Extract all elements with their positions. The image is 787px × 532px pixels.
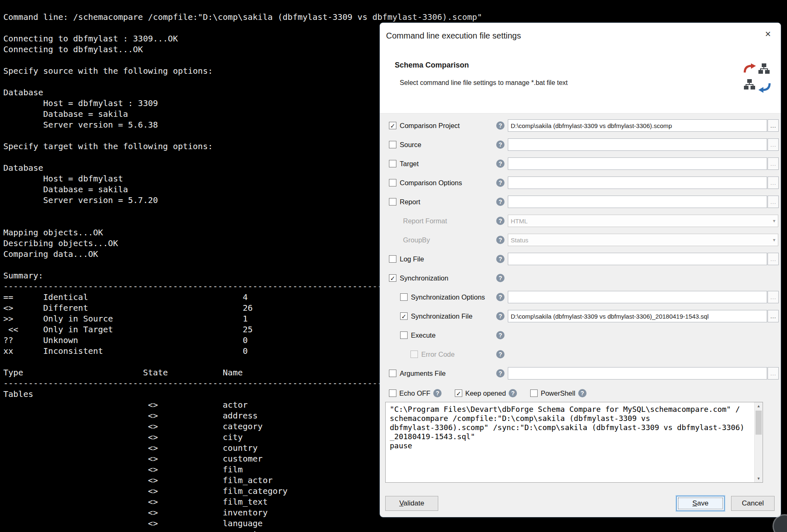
help-icon[interactable]: ? <box>433 389 442 397</box>
source-input[interactable] <box>508 138 767 151</box>
header-description: Select command line file settings to man… <box>400 79 568 87</box>
synchronization-options-input[interactable] <box>508 291 767 303</box>
browse-button[interactable]: … <box>768 367 779 380</box>
help-icon[interactable]: ? <box>496 217 505 225</box>
groupby-label: GroupBy <box>403 236 430 244</box>
row-comparison-options: Comparison Options ? … <box>380 173 781 192</box>
help-icon[interactable]: ? <box>496 140 505 149</box>
log-file-checkbox[interactable] <box>389 255 396 263</box>
comparison-options-label: Comparison Options <box>400 179 462 187</box>
error-code-checkbox <box>410 351 418 358</box>
execute-label: Execute <box>411 331 436 339</box>
row-synchronization-options: Synchronization Options ? … <box>380 288 781 307</box>
help-icon[interactable]: ? <box>496 369 505 377</box>
comparison-project-input[interactable] <box>508 119 767 132</box>
help-icon[interactable]: ? <box>496 121 505 130</box>
cancel-button[interactable]: Cancel <box>731 496 775 511</box>
keep-opened-option: ✓ Keep opened ? <box>455 389 517 397</box>
help-icon[interactable]: ? <box>496 198 505 206</box>
row-source: Source ? … <box>380 135 781 154</box>
help-icon[interactable]: ? <box>496 350 505 358</box>
report-checkbox[interactable] <box>389 198 396 206</box>
keep-opened-label: Keep opened <box>465 389 506 397</box>
comparison-project-label: Comparison Project <box>400 122 460 130</box>
scroll-up-icon[interactable]: ▲ <box>755 402 763 410</box>
help-icon[interactable]: ? <box>496 331 505 339</box>
help-icon[interactable]: ? <box>496 160 505 168</box>
report-input[interactable] <box>508 196 767 208</box>
echo-off-checkbox[interactable] <box>389 389 396 397</box>
scrollbar-track[interactable] <box>755 410 763 475</box>
target-input[interactable] <box>508 157 767 170</box>
dialog-title: Command line execution file settings <box>386 31 521 41</box>
synchronization-options-checkbox[interactable] <box>400 293 408 301</box>
help-icon[interactable]: ? <box>578 389 587 397</box>
chevron-down-icon: ▾ <box>773 218 775 224</box>
save-button[interactable]: Save <box>676 496 724 511</box>
help-icon[interactable]: ? <box>509 389 517 397</box>
arguments-file-input[interactable] <box>508 367 767 380</box>
report-format-select: HTML ▾ <box>508 215 778 227</box>
target-checkbox[interactable] <box>389 160 396 167</box>
arguments-file-checkbox[interactable] <box>389 370 396 377</box>
close-icon[interactable]: × <box>761 28 775 40</box>
arguments-file-label: Arguments File <box>400 370 446 377</box>
comparison-project-checkbox[interactable]: ✓ <box>389 122 396 129</box>
help-icon[interactable]: ? <box>496 255 505 263</box>
log-file-input[interactable] <box>508 253 767 265</box>
row-error-code: Error Code ? <box>380 345 781 364</box>
scroll-down-icon[interactable]: ▼ <box>755 475 763 482</box>
textarea-scrollbar[interactable]: ▲ ▼ <box>754 402 763 482</box>
synchronization-label: Synchronization <box>400 274 448 282</box>
log-file-label: Log File <box>400 255 424 263</box>
browse-button[interactable]: … <box>768 177 779 189</box>
bat-file-text[interactable]: "C:\Program Files\Devart\dbForge Schema … <box>386 402 754 482</box>
row-report: Report ? … <box>380 192 781 211</box>
dialog-header: Command line execution file settings × S… <box>380 23 781 114</box>
browse-button[interactable]: … <box>768 291 779 303</box>
report-label: Report <box>400 198 420 206</box>
browse-button[interactable]: … <box>768 196 779 208</box>
error-code-label: Error Code <box>421 351 455 358</box>
schema-comparison-icon <box>742 63 773 93</box>
scrollbar-thumb[interactable] <box>756 411 762 435</box>
execute-checkbox[interactable] <box>400 331 408 339</box>
browse-button[interactable]: … <box>768 253 779 265</box>
row-log-file: Log File ? … <box>380 249 781 268</box>
browse-button[interactable]: … <box>768 138 779 151</box>
help-icon[interactable]: ? <box>496 312 505 320</box>
synchronization-checkbox[interactable]: ✓ <box>389 274 396 282</box>
synchronization-options-label: Synchronization Options <box>411 293 485 301</box>
report-format-value: HTML <box>511 218 528 225</box>
echo-off-option: Echo OFF ? <box>389 389 442 397</box>
target-label: Target <box>400 160 419 168</box>
groupby-value: Status <box>511 237 529 244</box>
powershell-label: PowerShell <box>541 389 575 397</box>
comparison-options-input[interactable] <box>508 177 767 189</box>
command-line-settings-dialog: Command line execution file settings × S… <box>380 23 781 517</box>
synchronization-file-checkbox[interactable]: ✓ <box>400 312 408 320</box>
help-icon[interactable]: ? <box>496 236 505 244</box>
header-caption: Schema Comparison <box>395 61 469 70</box>
browse-button[interactable]: … <box>768 119 779 132</box>
keep-opened-checkbox[interactable]: ✓ <box>455 389 462 397</box>
row-synchronization-file: ✓ Synchronization File ? … <box>380 307 781 326</box>
comparison-options-checkbox[interactable] <box>389 179 396 186</box>
bat-file-text-area[interactable]: "C:\Program Files\Devart\dbForge Schema … <box>385 402 763 483</box>
row-target: Target ? … <box>380 154 781 173</box>
echo-off-label: Echo OFF <box>399 389 430 397</box>
groupby-select: Status ▾ <box>508 234 778 246</box>
row-synchronization: ✓ Synchronization ? <box>380 268 781 288</box>
browse-button[interactable]: … <box>768 157 779 170</box>
row-groupby: GroupBy ? Status ▾ <box>380 230 781 249</box>
help-icon[interactable]: ? <box>496 179 505 187</box>
powershell-checkbox[interactable] <box>530 389 538 397</box>
source-checkbox[interactable] <box>389 141 396 148</box>
row-comparison-project: ✓ Comparison Project ? … <box>380 116 781 135</box>
validate-button[interactable]: Validate <box>385 496 438 511</box>
help-icon[interactable]: ? <box>496 274 505 282</box>
settings-rows: ✓ Comparison Project ? … Source ? … Targ… <box>380 116 781 383</box>
synchronization-file-input[interactable] <box>508 310 767 322</box>
browse-button[interactable]: … <box>768 310 779 322</box>
help-icon[interactable]: ? <box>496 293 505 301</box>
